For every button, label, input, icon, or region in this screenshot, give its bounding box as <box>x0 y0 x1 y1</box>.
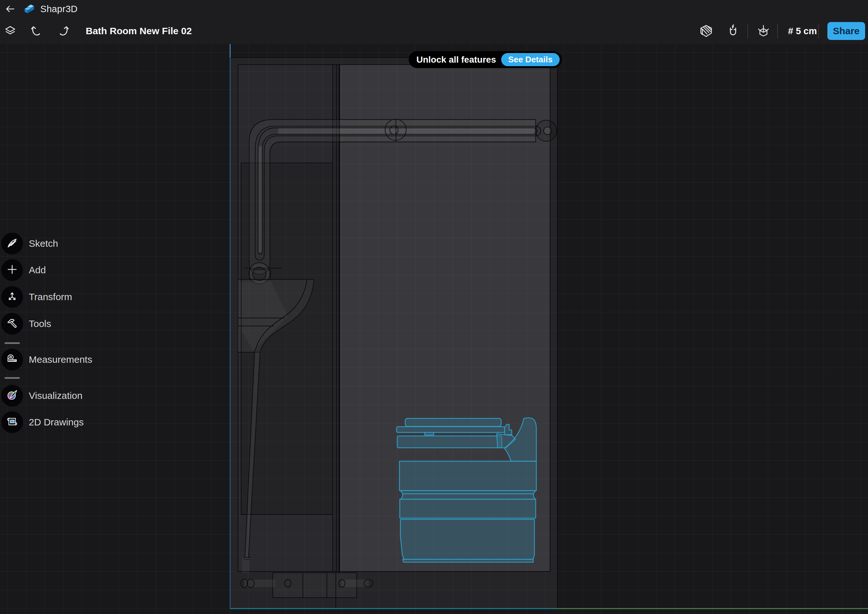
add-button-circle <box>1 259 23 281</box>
orientation-cube-icon <box>756 24 770 38</box>
sidebar-item-label: Add <box>29 265 46 276</box>
undo-button[interactable] <box>29 23 44 39</box>
title-bar: Shapr3D <box>0 0 868 18</box>
sidebar-divider <box>5 377 20 379</box>
transform-button-circle <box>1 286 23 308</box>
redo-button[interactable] <box>56 23 71 39</box>
sidebar-item-transform[interactable]: Transform <box>1 286 72 308</box>
items-layers-button[interactable] <box>3 23 18 39</box>
sidebar-item-add[interactable]: Add <box>1 259 46 281</box>
tape-measure-icon <box>6 353 18 366</box>
sidebar-item-measurements[interactable]: Measurements <box>1 349 92 371</box>
unlock-banner-message: Unlock all features <box>416 55 496 65</box>
sidebar-item-sketch[interactable]: Sketch <box>1 233 58 254</box>
sidebar-item-label: Sketch <box>29 238 58 249</box>
app-title: Shapr3D <box>40 4 78 14</box>
toolbar-divider <box>818 24 819 38</box>
modeling-viewport[interactable] <box>0 44 868 614</box>
drawings-button-circle <box>1 411 23 433</box>
grid-size-indicator[interactable]: # 5 cm <box>788 26 817 36</box>
snap-button[interactable] <box>725 23 741 39</box>
hammer-icon-circle <box>1 313 23 335</box>
measurements-button-circle <box>1 349 23 371</box>
sidebar-item-tools[interactable]: Tools <box>1 313 51 335</box>
sidebar-item-label: Tools <box>29 318 51 329</box>
bathroom-model-wireframe <box>0 44 868 614</box>
toolbar-divider <box>747 24 748 38</box>
magnet-icon <box>726 24 740 38</box>
drawing-sheet-icon <box>6 416 18 429</box>
selected-toilet-model[interactable] <box>397 418 536 562</box>
main-toolbar: Bath Room New File 02 <box>0 18 868 44</box>
plus-icon <box>6 264 18 277</box>
sketch-button-circle <box>1 233 23 254</box>
toolbar-divider <box>777 24 778 38</box>
back-arrow-icon <box>5 3 16 14</box>
hammer-icon <box>6 317 18 330</box>
sidebar-item-2d-drawings[interactable]: 2D Drawings <box>1 411 84 433</box>
orientation-cube-button[interactable] <box>756 23 771 39</box>
undo-icon <box>30 24 43 38</box>
share-button[interactable]: Share <box>828 22 865 40</box>
transform-arrows-icon <box>6 290 18 304</box>
paintbrush-icon <box>6 389 18 402</box>
back-button[interactable] <box>3 1 18 17</box>
sidebar-item-label: Transform <box>29 291 72 302</box>
layers-icon <box>3 24 17 38</box>
sidebar-divider <box>5 342 20 344</box>
visualization-button-circle <box>1 385 23 406</box>
app-header: Shapr3D <box>0 0 868 44</box>
shapr3d-logo-icon <box>22 2 36 16</box>
sidebar-item-label: Visualization <box>29 390 82 401</box>
sidebar-item-label: 2D Drawings <box>29 417 84 428</box>
section-view-icon <box>699 24 713 38</box>
see-details-button[interactable]: See Details <box>501 53 560 66</box>
section-view-button[interactable] <box>699 23 714 39</box>
sidebar-item-visualization[interactable]: Visualization <box>1 385 82 406</box>
redo-icon <box>57 24 70 38</box>
sidebar-item-label: Measurements <box>29 354 92 365</box>
unlock-banner: Unlock all features See Details <box>409 51 562 68</box>
pencil-icon <box>6 237 18 250</box>
document-title[interactable]: Bath Room New File 02 <box>86 26 192 36</box>
